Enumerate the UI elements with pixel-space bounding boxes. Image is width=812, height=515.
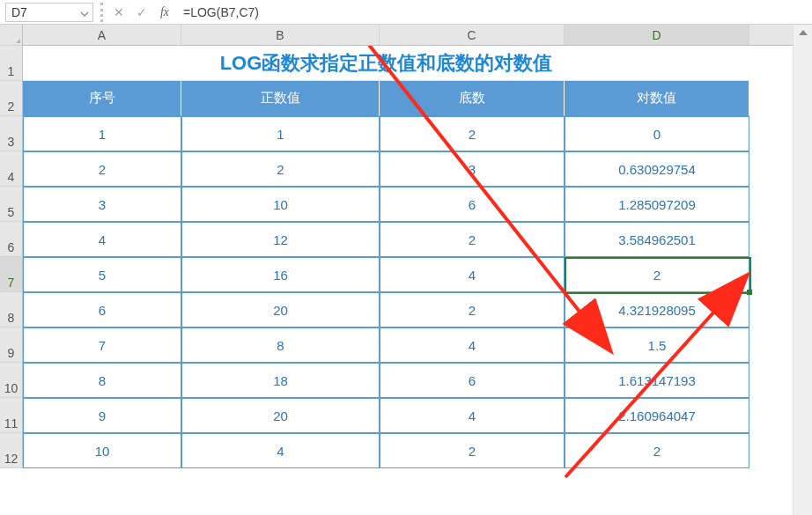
cell-a9[interactable]: 7: [23, 327, 181, 363]
row-header-1[interactable]: 1: [0, 46, 22, 81]
cell-a5[interactable]: 3: [23, 187, 181, 222]
formula-bar: D7 ✕ ✓ fx =LOG(B7,C7): [0, 0, 812, 25]
cell-b7[interactable]: 16: [181, 257, 380, 292]
cell-d9[interactable]: 1.5: [565, 327, 749, 363]
col-header-b[interactable]: B: [181, 25, 380, 45]
cell-a4[interactable]: 2: [23, 151, 181, 187]
cancel-button[interactable]: ✕: [107, 3, 130, 22]
name-box-value: D7: [11, 3, 27, 22]
header-base[interactable]: 底数: [380, 81, 565, 116]
col-header-d[interactable]: D: [565, 25, 749, 45]
scroll-up-icon: [799, 30, 808, 35]
cell-a11[interactable]: 9: [23, 398, 181, 433]
cell-b6[interactable]: 12: [181, 222, 380, 257]
row-header-11[interactable]: 11: [0, 398, 22, 433]
cell-c4[interactable]: 3: [380, 151, 565, 187]
cell-c10[interactable]: 6: [380, 363, 565, 398]
grid-main: A B C D LOG函数求指定正数值和底数的对数值 序号 正数值 底数 对数值…: [23, 25, 812, 468]
row-header-6[interactable]: 6: [0, 222, 22, 257]
row-header-2[interactable]: 2: [0, 81, 22, 116]
cell-c5[interactable]: 6: [380, 187, 565, 222]
cell-b8[interactable]: 20: [181, 292, 380, 327]
table-row: 92042.160964047: [23, 398, 812, 433]
name-box-dropdown-icon[interactable]: [78, 6, 91, 18]
table-row: 41223.584962501: [23, 222, 812, 257]
header-log[interactable]: 对数值: [565, 81, 749, 116]
spreadsheet-grid: 1 2 3 4 5 6 7 8 9 10 11 12 A B C D LOG函数…: [0, 25, 812, 468]
row-header-4[interactable]: 4: [0, 151, 22, 187]
cell-b9[interactable]: 8: [181, 327, 380, 363]
col-header-c[interactable]: C: [380, 25, 565, 45]
page-title: LOG函数求指定正数值和底数的对数值: [23, 50, 749, 77]
row-header-10[interactable]: 10: [0, 363, 22, 398]
table-row: 62024.321928095: [23, 292, 812, 327]
row-header-12[interactable]: 12: [0, 433, 22, 468]
table-row: 81861.613147193: [23, 363, 812, 398]
cell-d10[interactable]: 1.613147193: [565, 363, 749, 398]
cell-a6[interactable]: 4: [23, 222, 181, 257]
cell-b4[interactable]: 2: [181, 151, 380, 187]
cell-b3[interactable]: 1: [181, 116, 380, 151]
cell-b5[interactable]: 10: [181, 187, 380, 222]
corner-triangle-icon: [16, 39, 20, 43]
header-seq[interactable]: 序号: [23, 81, 181, 116]
enter-button[interactable]: ✓: [130, 3, 153, 22]
header-positive[interactable]: 正数值: [181, 81, 380, 116]
cell-a12[interactable]: 10: [23, 433, 181, 468]
row-header-7[interactable]: 7: [0, 257, 22, 292]
formula-text: =LOG(B7,C7): [183, 5, 259, 19]
cell-d8[interactable]: 4.321928095: [565, 292, 749, 327]
cell-d7[interactable]: 2: [565, 257, 749, 292]
cancel-icon: ✕: [114, 5, 124, 19]
vertical-scrollbar[interactable]: [793, 25, 812, 515]
title-row: LOG函数求指定正数值和底数的对数值: [23, 46, 812, 81]
cell-d12[interactable]: 2: [565, 433, 749, 468]
cell-b11[interactable]: 20: [181, 398, 380, 433]
table-row: 31061.285097209: [23, 187, 812, 222]
table-row: 7841.5: [23, 327, 812, 363]
select-all-corner[interactable]: [0, 25, 22, 46]
cell-a3[interactable]: 1: [23, 116, 181, 151]
row-header-9[interactable]: 9: [0, 327, 22, 363]
table-row: 2230.630929754: [23, 151, 812, 187]
cell-c7[interactable]: 4: [380, 257, 565, 292]
cell-b12[interactable]: 4: [181, 433, 380, 468]
check-icon: ✓: [137, 5, 147, 19]
cell-d11[interactable]: 2.160964047: [565, 398, 749, 433]
cell-d6[interactable]: 3.584962501: [565, 222, 749, 257]
table-row: 10422: [23, 433, 812, 468]
row-header-5[interactable]: 5: [0, 187, 22, 222]
insert-function-button[interactable]: fx: [153, 3, 176, 22]
cell-d5[interactable]: 1.285097209: [565, 187, 749, 222]
row-header-8[interactable]: 8: [0, 292, 22, 327]
fx-icon: fx: [160, 5, 169, 19]
table-row: 1120: [23, 116, 812, 151]
table-row: 51642: [23, 257, 812, 292]
cell-c9[interactable]: 4: [380, 327, 565, 363]
cell-c6[interactable]: 2: [380, 222, 565, 257]
grip-icon: [100, 3, 106, 22]
data-rows: LOG函数求指定正数值和底数的对数值 序号 正数值 底数 对数值 1120 22…: [23, 46, 812, 468]
cell-d4[interactable]: 0.630929754: [565, 151, 749, 187]
row-gutter: 1 2 3 4 5 6 7 8 9 10 11 12: [0, 25, 23, 468]
cell-d3[interactable]: 0: [565, 116, 749, 151]
table-header-row: 序号 正数值 底数 对数值: [23, 81, 812, 116]
cell-a7[interactable]: 5: [23, 257, 181, 292]
cell-c12[interactable]: 2: [380, 433, 565, 468]
cell-c11[interactable]: 4: [380, 398, 565, 433]
cell-c8[interactable]: 2: [380, 292, 565, 327]
row-header-3[interactable]: 3: [0, 116, 22, 151]
cell-a10[interactable]: 8: [23, 363, 181, 398]
column-headers: A B C D: [23, 25, 812, 46]
name-box[interactable]: D7: [5, 3, 93, 22]
cell-c3[interactable]: 2: [380, 116, 565, 151]
col-header-a[interactable]: A: [23, 25, 181, 45]
cell-a8[interactable]: 6: [23, 292, 181, 327]
formula-input[interactable]: =LOG(B7,C7): [176, 3, 812, 22]
cell-b10[interactable]: 18: [181, 363, 380, 398]
